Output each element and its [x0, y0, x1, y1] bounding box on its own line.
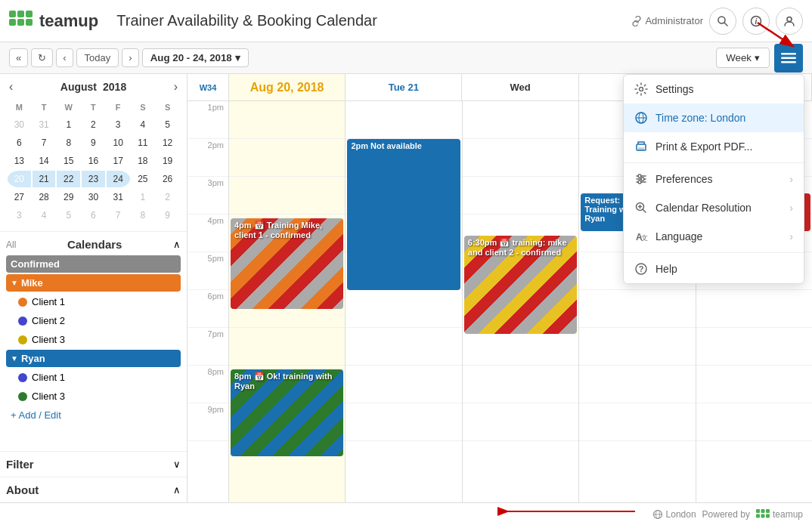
cal-day[interactable]: 5	[57, 207, 80, 224]
event-ok-training[interactable]: 8pm 📅 Ok! training with Ryan	[231, 369, 343, 456]
cal-day-20[interactable]: 20	[8, 171, 31, 187]
cal-day[interactable]: 1	[132, 189, 155, 205]
dropdown-timezone[interactable]: Time zone: London	[624, 103, 804, 132]
svg-rect-0	[9, 11, 16, 17]
cal-day[interactable]: 31	[107, 189, 130, 205]
calendars-collapse[interactable]: ∧	[173, 239, 181, 250]
prev-button[interactable]: ‹	[56, 48, 73, 67]
cal-day[interactable]: 26	[156, 171, 179, 187]
filter-header[interactable]: Filter ∨	[6, 458, 181, 471]
cal-day[interactable]: 16	[82, 153, 105, 169]
cal-day[interactable]: 6	[8, 134, 31, 151]
all-label[interactable]: All	[6, 239, 16, 250]
cal-day-23[interactable]: 23	[82, 171, 105, 187]
cal-day[interactable]: 8	[132, 207, 155, 224]
calendar-mike[interactable]: ▼ Mike	[6, 274, 181, 292]
cal-day[interactable]: 9	[156, 207, 179, 224]
logo-text: teamup	[39, 11, 98, 31]
footer-arrow	[491, 504, 643, 519]
cal-day[interactable]: 14	[33, 153, 56, 169]
mini-cal-prev[interactable]: ‹	[6, 80, 16, 94]
cal-day[interactable]: 1	[57, 116, 80, 133]
event-label: 6:30pm 📅 training: mike and client 2 - c…	[468, 238, 567, 257]
dropdown-print[interactable]: Print & Export PDF...	[624, 132, 804, 161]
svg-text:文: 文	[641, 234, 648, 242]
cal-day[interactable]: 10	[107, 134, 130, 151]
dropdown-help[interactable]: ? Help	[624, 255, 804, 283]
search-button[interactable]	[709, 8, 736, 35]
cal-day[interactable]: 4	[33, 207, 56, 224]
day-col-wed[interactable]: 6:30pm 📅 training: mike and client 2 - c…	[463, 101, 579, 502]
cal-day[interactable]: 6	[82, 207, 105, 224]
cal-week-1: 30 31 1 2 3 4 5	[8, 116, 179, 133]
calendar-mike-client3[interactable]: Client 3	[6, 331, 181, 348]
cal-day[interactable]: 2	[82, 116, 105, 133]
cal-day[interactable]: 12	[156, 134, 179, 151]
preferences-label: Preferences	[655, 173, 712, 185]
cal-day[interactable]: 13	[8, 153, 31, 169]
cal-day[interactable]: 28	[33, 189, 56, 205]
admin-link[interactable]: Administrator	[631, 15, 703, 26]
cal-day[interactable]: 4	[132, 116, 155, 133]
calendar-confirmed[interactable]: Confirmed	[6, 255, 181, 273]
day-col-tue[interactable]: 2pm Not available	[346, 101, 462, 502]
cal-day[interactable]: 27	[8, 189, 31, 205]
cal-week-2: 6 7 8 9 10 11 12	[8, 134, 179, 151]
event-training-mike[interactable]: 4pm 📅 Training Mike, client 1 - confirme…	[231, 218, 343, 309]
cal-day[interactable]: 7	[33, 134, 56, 151]
cal-day-22[interactable]: 22	[57, 171, 80, 187]
cal-day[interactable]: 8	[57, 134, 80, 151]
cal-day-24[interactable]: 24	[107, 171, 130, 187]
add-edit-link[interactable]: + Add / Edit	[6, 406, 181, 424]
today-button[interactable]: Today	[76, 48, 119, 67]
date-range-button[interactable]: Aug 20 - 24, 2018 ▾	[142, 48, 249, 67]
cal-day[interactable]: 3	[107, 116, 130, 133]
about-header[interactable]: About ∧	[6, 483, 181, 496]
dropdown-settings[interactable]: Settings	[624, 75, 804, 103]
cal-day[interactable]: 3	[8, 207, 31, 224]
calendar-mike-client1[interactable]: Client 1	[6, 293, 181, 310]
cal-day[interactable]: 19	[156, 153, 179, 169]
dropdown-preferences[interactable]: Preferences ›	[624, 165, 804, 193]
svg-rect-1	[17, 11, 24, 17]
svg-rect-38	[756, 509, 760, 513]
next-button[interactable]: ›	[122, 48, 138, 67]
event-not-available[interactable]: 2pm Not available	[347, 139, 460, 290]
calendar-ryan-client3[interactable]: Client 3	[6, 388, 181, 405]
cal-day-21[interactable]: 21	[33, 171, 56, 187]
cal-week-4: 20 21 22 23 24 25 26	[8, 171, 179, 187]
dropdown-language[interactable]: A 文 Language ›	[624, 222, 804, 251]
cal-day[interactable]: 30	[82, 189, 105, 205]
language-icon: A 文	[634, 230, 648, 243]
cal-day[interactable]: 31	[33, 116, 56, 133]
cal-day[interactable]: 30	[8, 116, 31, 133]
calendar-mike-client2[interactable]: Client 2	[6, 312, 181, 329]
cal-day[interactable]: 25	[132, 171, 155, 187]
svg-rect-5	[26, 19, 33, 26]
calendar-ryan-client1[interactable]: Client 1	[6, 369, 181, 386]
cal-day[interactable]: 15	[57, 153, 80, 169]
cal-day[interactable]: 11	[132, 134, 155, 151]
time-3pm: 3pm	[188, 177, 228, 215]
refresh-button[interactable]: ↻	[31, 48, 53, 67]
cal-day[interactable]: 9	[82, 134, 105, 151]
cal-day[interactable]: 5	[156, 116, 179, 133]
cal-day[interactable]: 17	[107, 153, 130, 169]
link-icon	[631, 16, 642, 26]
calendar-ryan[interactable]: ▼ Ryan	[6, 350, 181, 367]
time-1pm: 1pm	[188, 101, 228, 139]
day-col-mon[interactable]: 4pm 📅 Training Mike, client 1 - confirme…	[229, 101, 346, 502]
cal-day[interactable]: 18	[132, 153, 155, 169]
cal-resolution-icon	[634, 201, 648, 215]
dropdown-cal-resolution[interactable]: Calendar Resolution ›	[624, 193, 804, 222]
event-training-client2[interactable]: 6:30pm 📅 training: mike and client 2 - c…	[464, 236, 577, 334]
mini-cal-next[interactable]: ›	[171, 80, 181, 94]
cal-day[interactable]: 7	[107, 207, 130, 224]
sidebar: ‹ August 2018 › M T W T F S S	[0, 74, 188, 502]
cal-day[interactable]: 29	[57, 189, 80, 205]
filter-title: Filter	[6, 458, 34, 471]
mini-cal-grid: M T W T F S S 30 31 1 2 3	[6, 98, 181, 225]
prev-prev-button[interactable]: «	[9, 48, 28, 67]
mike-client3-label: Client 3	[32, 334, 65, 345]
cal-day[interactable]: 2	[156, 189, 179, 205]
